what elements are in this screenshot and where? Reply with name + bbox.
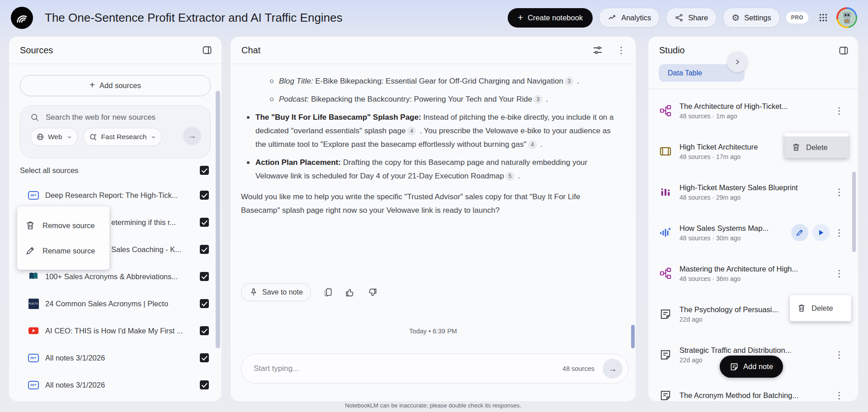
chat-more-menu-icon[interactable]: ⋮ xyxy=(616,46,627,55)
copy-icon[interactable] xyxy=(323,287,333,298)
source-checkbox[interactable] xyxy=(200,245,209,254)
notebooklm-logo-icon[interactable] xyxy=(11,7,33,29)
chevron-down-icon xyxy=(151,135,156,140)
arrow-right-icon: → xyxy=(608,364,617,374)
citation-badge[interactable]: 4 xyxy=(528,140,537,149)
source-checkbox[interactable] xyxy=(200,191,209,200)
apps-grid-icon[interactable] xyxy=(818,13,828,23)
doc-artifact-icon xyxy=(659,348,672,361)
delete-label: Delete xyxy=(811,304,833,313)
doc-artifact-icon xyxy=(659,389,672,401)
edit-artifact-button[interactable] xyxy=(791,224,808,241)
bars-artifact-icon xyxy=(659,185,672,199)
collapse-panel-icon[interactable] xyxy=(202,45,212,56)
source-list-item[interactable]: AI CEO: THIS is How I'd Make My First ..… xyxy=(9,317,222,344)
doc-artifact-icon xyxy=(659,307,672,321)
analytics-label: Analytics xyxy=(621,14,651,22)
artifact-text: How Sales Systems Map...48 sources · 30m… xyxy=(679,224,788,242)
play-artifact-button[interactable] xyxy=(812,224,830,241)
studio-artifact-row[interactable]: The Acronym Method for Batching...⋮ xyxy=(648,375,858,401)
research-mode-dropdown[interactable]: Fast Research xyxy=(83,128,162,146)
conversation-timestamp: Today • 6:39 PM xyxy=(231,328,636,335)
source-list-item[interactable]: PLECTO24 Common Sales Acronyms | Plecto xyxy=(9,290,222,317)
sources-panel-header: Sources xyxy=(9,37,222,64)
scroll-chips-button[interactable] xyxy=(727,52,748,72)
source-checkbox[interactable] xyxy=(200,326,209,335)
settings-button[interactable]: ⚙ Settings xyxy=(723,8,780,28)
chevron-down-icon xyxy=(67,135,72,140)
frame-artifact-icon xyxy=(659,145,672,158)
add-note-label: Add note xyxy=(743,362,773,371)
search-input[interactable]: Search the web for new sources xyxy=(20,106,210,122)
source-title: 100+ Sales Acronyms & Abbreviations... xyxy=(45,272,194,281)
chat-input[interactable]: Start typing... 48 sources → xyxy=(241,354,628,384)
citation-badge[interactable]: 5 xyxy=(505,172,514,181)
source-list-item[interactable]: m+All notes 3/1/2026 xyxy=(9,371,222,398)
studio-artifact-row[interactable]: High-Ticket Mastery Sales Blueprint48 so… xyxy=(648,172,858,212)
plecto-source-icon: PLECTO xyxy=(28,298,39,309)
save-to-note-button[interactable]: Save to note xyxy=(241,283,311,301)
remove-source-menu-item[interactable]: Remove source xyxy=(17,213,109,238)
studio-artifact-row[interactable]: Mastering the Architecture of High...48 … xyxy=(648,253,858,294)
studio-artifact-row[interactable]: How Sales Systems Map...48 sources · 30m… xyxy=(648,212,858,253)
artifact-title: The Architecture of High-Ticket... xyxy=(679,102,830,111)
add-note-button[interactable]: Add note xyxy=(720,356,783,378)
artifact-title: The Acronym Method for Batching... xyxy=(679,391,830,400)
message-text: . xyxy=(575,77,579,85)
source-list-item[interactable]: m+Deep Research Report: The High-Tick... xyxy=(9,182,222,209)
send-button[interactable]: → xyxy=(603,359,623,379)
citation-badge[interactable]: 4 xyxy=(407,126,416,136)
source-checkbox[interactable] xyxy=(200,299,209,308)
chat-settings-icon[interactable] xyxy=(592,45,603,56)
delete-menu-item[interactable]: Delete xyxy=(784,136,849,158)
assistant-message: Blog Title: E-Bike Bikepacking: Essentia… xyxy=(241,75,619,222)
save-to-note-label: Save to note xyxy=(262,288,303,296)
chat-scrollbar[interactable] xyxy=(631,325,635,348)
create-notebook-button[interactable]: + Create notebook xyxy=(508,8,593,28)
add-sources-button[interactable]: + Add sources xyxy=(20,75,211,96)
message-text: Would you like me to help you write the … xyxy=(241,192,580,215)
collapse-panel-icon[interactable] xyxy=(838,45,849,56)
web-chip-label: Web xyxy=(48,133,62,141)
search-submit-button[interactable]: → xyxy=(183,127,201,145)
thumbs-down-icon[interactable] xyxy=(367,287,377,298)
chat-panel-header: Chat ⋮ xyxy=(231,37,636,64)
studio-artifact-row[interactable]: The Architecture of High-Ticket...48 sou… xyxy=(648,90,858,131)
artifact-more-menu-icon[interactable]: ⋮ xyxy=(834,106,844,115)
artifact-more-menu-icon[interactable]: ⋮ xyxy=(834,269,844,278)
research-sparkle-icon xyxy=(89,133,98,141)
web-source-dropdown[interactable]: Web xyxy=(30,128,78,146)
analytics-button[interactable]: Analytics xyxy=(599,8,660,28)
artifact-more-menu-icon[interactable]: ⋮ xyxy=(834,187,844,197)
message-text: . xyxy=(516,172,520,180)
select-all-row: Select all sources xyxy=(20,161,209,179)
message-bullet: Action Plan Placement: Drafting the copy… xyxy=(241,156,619,183)
share-button[interactable]: Share xyxy=(666,8,717,28)
citation-badge[interactable]: 3 xyxy=(533,95,542,104)
select-all-checkbox[interactable] xyxy=(200,166,209,175)
youtube-source-icon xyxy=(28,325,39,336)
delete-menu-item[interactable]: Delete xyxy=(790,297,851,319)
search-icon xyxy=(30,113,39,122)
source-checkbox[interactable] xyxy=(200,380,209,389)
sources-scrollbar[interactable] xyxy=(216,91,220,348)
source-checkbox[interactable] xyxy=(200,353,209,362)
citation-badge[interactable]: 3 xyxy=(565,77,574,86)
rename-source-menu-item[interactable]: Rename source xyxy=(17,238,109,263)
artifact-more-menu-icon[interactable]: ⋮ xyxy=(834,350,844,359)
notebook-title[interactable]: The One-Sentence Profit Extractor and AI… xyxy=(45,11,343,25)
studio-scrollbar[interactable] xyxy=(852,172,856,252)
thumbs-up-icon[interactable] xyxy=(345,287,355,298)
source-checkbox[interactable] xyxy=(200,272,209,281)
source-checkbox[interactable] xyxy=(200,218,209,227)
artifact-more-menu-icon[interactable]: ⋮ xyxy=(834,228,844,237)
disclaimer-text: NotebookLM can be inaccurate; please dou… xyxy=(231,402,636,409)
flowchart-artifact-icon xyxy=(659,267,672,280)
select-all-label: Select all sources xyxy=(20,166,78,175)
source-list-item[interactable]: m+All notes 3/1/2026 xyxy=(9,344,222,371)
remove-source-label: Remove source xyxy=(42,221,95,230)
message-text: Bikepacking the Backcountry: Powering Yo… xyxy=(309,95,532,103)
user-avatar[interactable] xyxy=(836,7,857,28)
artifact-more-menu-icon[interactable]: ⋮ xyxy=(834,391,844,400)
message-text: The "Buy It For Life Basecamp" Splash Pa… xyxy=(255,113,421,122)
